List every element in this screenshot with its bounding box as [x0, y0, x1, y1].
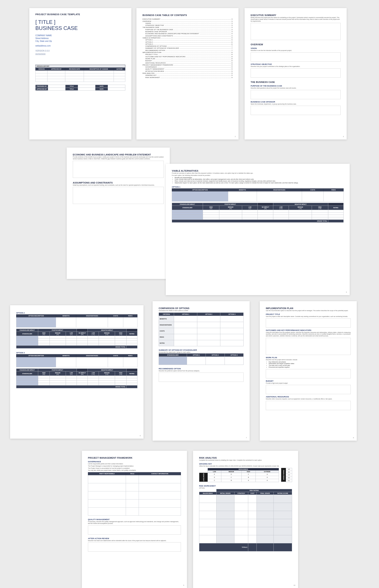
prepared-by-label: PREPARED BY	[36, 85, 48, 88]
page-5-alternatives: VIABLE ALTERNATIVES Provide an overview …	[166, 164, 350, 295]
toc-item: WORK PLAN8	[142, 58, 233, 60]
toc-item: RISK WORKSHEET9	[142, 77, 233, 78]
comp-benefits: BENEFITS	[159, 316, 174, 322]
date-label: 00/00/0000	[35, 53, 125, 55]
gk-likelihood: LIKELIHOOD	[199, 473, 208, 482]
toc-title: BUSINESS CASE TABLE OF CONTENTS	[142, 14, 233, 16]
toc-item: PURPOSE OF THE BUSINESS CASE3	[142, 29, 233, 31]
project-title-h: PROJECT TITLE	[266, 313, 351, 315]
gk-low: LOW	[208, 470, 221, 473]
comp-notes: NOTES	[159, 340, 174, 346]
grading-key-table: SERIOUSNESS LOW MEDIUM HIGH EXTREME LIKE…	[199, 468, 279, 482]
kpi-box	[266, 338, 351, 355]
gk-medium: MEDIUM	[221, 470, 241, 473]
toc-item: OVERVIEW3	[142, 20, 233, 22]
wp-b4: Personnel and expertise required	[269, 367, 351, 368]
doc-header: PROJECT BUSINESS CASE TEMPLATE	[35, 13, 125, 15]
doc-title-placeholder: [ TITLE ]	[35, 19, 55, 25]
option3-h: OPTION 3	[16, 352, 138, 354]
recommended-h: RECOMMENDED OPTION	[159, 368, 244, 370]
qm-desc: If necessary, describe the quality manag…	[88, 521, 181, 525]
vh-col-revdate: REVISION DATE	[65, 67, 84, 70]
page-8-implementation: IMPLEMENTATION PLAN Use the recommended …	[260, 301, 357, 441]
toc-item: SUMMARY OF OPTIONS BY STAKEHOLDER7	[142, 47, 233, 49]
page-number: 8	[353, 437, 354, 439]
risk-desc: Complete this worksheet below by detaili…	[199, 459, 292, 461]
sum-o1: OPTION 1	[187, 353, 205, 356]
exec-summary-box	[251, 23, 341, 40]
sponsor-box	[251, 106, 341, 115]
kpi-h: OUTCOMES AND KEY PERFORMANCE INDICATORS	[266, 329, 351, 331]
toc-item: IMPLEMENTATION PLAN8	[142, 52, 233, 53]
toc-item: ECONOMIC AND BUSINESS LANDSCAPE AND PROB…	[142, 33, 233, 34]
toc-item: ADDITIONAL RESOURCES8	[142, 62, 233, 64]
comparison-table: CRITERIA OPTION 1 OPTION 2 OPTION 3 BENE…	[159, 312, 244, 346]
vh-col-version: VERSION	[36, 67, 47, 70]
budget-box	[266, 385, 351, 394]
risk-worksheet-table: RISK RATING MAJOR RISKS INITIAL GRADE ST…	[199, 489, 292, 551]
ws-initgrade: INITIAL GRADE	[216, 492, 234, 495]
recommended-box	[159, 372, 244, 382]
toc-item: OUTCOMES AND KEY PERFORMANCE INDICATORS8	[142, 56, 233, 58]
ws-score: RATING SCORE	[273, 492, 292, 495]
approved-by-label: APPROVED BY	[36, 88, 48, 90]
summary-desc: Incorporate the stakeholder ratings for …	[159, 352, 244, 353]
ws-riskrating: RISK RATING	[216, 489, 292, 492]
vh-col-approved: APPROVED BY	[47, 67, 65, 70]
overview-h: OVERVIEW	[251, 43, 341, 46]
qm-h: QUALITY MANAGEMENT	[88, 518, 181, 521]
page-number: 9	[183, 584, 184, 586]
toc-list: EXECUTIVE SUMMARY3OVERVIEW3VISION3STRATE…	[142, 18, 233, 78]
page-7-comparison: COMPARISON OF OPTIONS Summarize the deta…	[153, 301, 250, 441]
page-4-landscape: ECONOMIC AND BUSINESS LANDSCAPE AND PROB…	[67, 148, 170, 279]
approved-date-label: DATE	[95, 88, 108, 90]
aar-h: AFTER ACTION REVIEW	[88, 538, 181, 540]
page-number: 3	[343, 136, 344, 138]
alt-b1: Benefits and disadvantages.	[175, 177, 344, 179]
prepared-date-label: DATE	[95, 85, 108, 88]
comparison-desc: Summarize the details of each option in …	[159, 310, 244, 312]
wp-b2: Deliverables and target completion dates	[269, 363, 351, 365]
resources-h: ADDITIONAL RESOURCES	[266, 396, 351, 398]
option2-h: OPTION 2	[16, 312, 138, 314]
gov-col-role: ROLE	[126, 472, 139, 475]
doc-title-label: BUSINESS CASE	[35, 25, 78, 31]
sum-o2: OPTION 2	[206, 353, 225, 356]
impl-desc: Use the recommended option to describe h…	[266, 310, 351, 312]
page-number: 7	[246, 437, 247, 439]
vh-col-author: AUTHOR	[114, 67, 125, 70]
ws-totals: TOTALS	[199, 543, 248, 551]
toc-item: PROJECT TITLE8	[142, 54, 233, 55]
ws-option: OPTION:	[199, 487, 292, 489]
budget-desc: Provide a high-level project budget.	[266, 382, 351, 384]
toc-item: OPTION 26	[142, 41, 233, 43]
wp-b3: The total cost to carry out the plan	[269, 365, 351, 367]
gk-high: HIGH	[241, 470, 255, 473]
toc-item: GRADING KEY9	[142, 74, 233, 76]
gov-d2: The Project Manager is responsible for m…	[88, 465, 181, 467]
workplan-h: WORK PLAN	[266, 356, 351, 358]
alt-b3: Risks: include such risks as loss of cus…	[175, 180, 344, 182]
alternatives-h: VIABLE ALTERNATIVES	[172, 170, 344, 172]
purpose-desc: Describe what questions about the projec…	[251, 87, 341, 89]
page-10-risk: RISK ANALYSIS Complete this worksheet be…	[193, 451, 298, 588]
toc-item: ASSUMPTIONS AND CONSTRAINTS4	[142, 35, 233, 37]
exec-summary-h: EXECUTIVE SUMMARY	[251, 14, 341, 16]
option1-h: OPTION 1	[172, 186, 344, 188]
toc-item: QUALITY MANAGEMENT9	[142, 68, 233, 70]
comp-criteria: CRITERIA	[159, 312, 174, 316]
wp-b1: Key milestones and phases	[269, 361, 351, 363]
ws-finalgrade: FINAL GRADE	[257, 492, 273, 495]
comp-opt2: OPTION 2	[197, 312, 220, 316]
purpose-box	[251, 90, 341, 99]
gk-grade-rating: GRADE RATING	[281, 468, 286, 482]
workplan-bullets: Key milestones and phases Deliverables a…	[266, 361, 351, 368]
toc-item: OPTION 36	[142, 43, 233, 45]
grade-rating-table: GRADE RATING A 5 B 4 C 3 D 2 E 1	[281, 468, 292, 482]
comp-disadv: DISADVANTAGES	[159, 322, 174, 328]
gk-h: GRADING KEY	[199, 463, 292, 465]
landscape-box	[73, 161, 164, 178]
pm-h: PROJECT MANAGEMENT FRAMEWORK	[88, 457, 181, 459]
vision-box	[251, 52, 341, 62]
sum-stk: STAKEHOLDER	[159, 353, 187, 356]
